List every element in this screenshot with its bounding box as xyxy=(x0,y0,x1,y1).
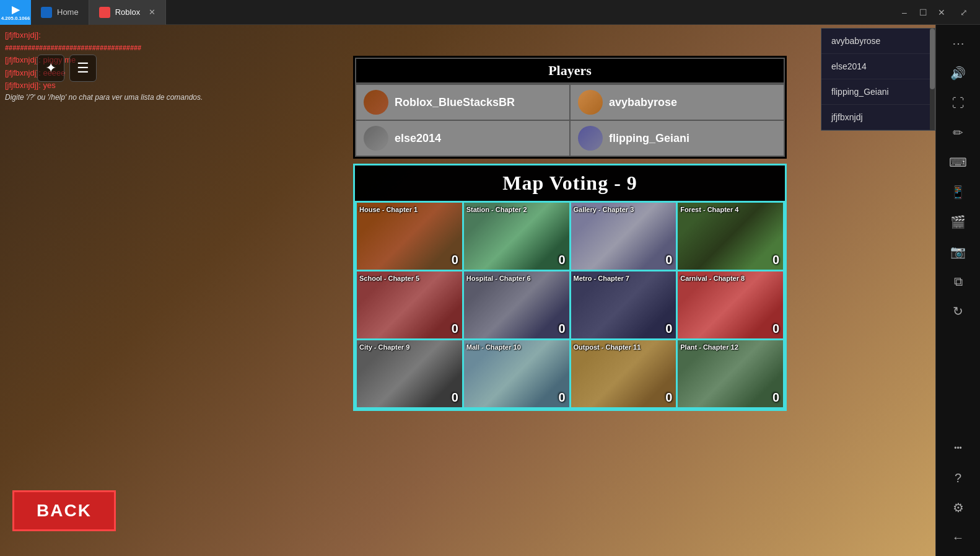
keyboard-icon[interactable]: ⌨ xyxy=(945,149,972,176)
help-icon[interactable]: ? xyxy=(945,464,972,492)
player-avatar-0 xyxy=(364,90,388,115)
tab-close-icon[interactable]: ✕ xyxy=(149,7,155,17)
map-label-school: School - Chapter 5 xyxy=(359,274,419,283)
map-card-gallery[interactable]: Gallery - Chapter 3 0 xyxy=(571,203,676,270)
dropdown-player-2[interactable]: flipping_Geiani xyxy=(821,79,935,105)
map-label-city: City - Chapter 9 xyxy=(359,343,409,351)
map-votes-mall: 0 xyxy=(558,391,565,405)
expand-icon[interactable]: ⤢ xyxy=(955,4,973,21)
map-votes-house: 0 xyxy=(452,253,458,267)
minimize-button[interactable]: – xyxy=(896,4,913,21)
player-name-0: Roblox_BlueStacksBR xyxy=(395,96,515,109)
close-button[interactable]: ✕ xyxy=(933,4,950,21)
top-bar-icons: ✦ ☰ xyxy=(37,55,97,82)
map-votes-station: 0 xyxy=(558,253,565,267)
map-votes-metro: 0 xyxy=(665,322,672,336)
title-bar: ▶ 4.205.0.1066 Home Roblox ✕ – ☐ ✕ ⤢ xyxy=(0,0,980,25)
game-area: [jfjfbxnjdj]: ##########################… xyxy=(0,25,935,556)
map-label-outpost: Outpost - Chapter 11 xyxy=(574,343,641,351)
players-box: Players Roblox_BlueStacksBR avybabyrose … xyxy=(353,56,787,159)
roblox-icon-btn[interactable]: ✦ xyxy=(37,55,64,82)
bluestacks-logo: ▶ 4.205.0.1066 xyxy=(0,0,31,25)
map-votes-outpost: 0 xyxy=(665,391,672,405)
map-label-house: House - Chapter 1 xyxy=(359,205,418,214)
player-avatar-3 xyxy=(578,126,603,151)
rotate-icon[interactable]: ↻ xyxy=(945,298,972,325)
volume-icon[interactable]: 🔊 xyxy=(945,60,972,87)
map-card-plant[interactable]: Plant - Chapter 12 0 xyxy=(678,340,783,407)
roblox-tab-icon xyxy=(99,7,110,18)
mobile-icon[interactable]: 📱 xyxy=(945,179,972,206)
player-name-3: flipping_Geiani xyxy=(609,132,689,145)
map-votes-hospital: 0 xyxy=(558,322,565,336)
player-card-2: else2014 xyxy=(356,121,569,156)
map-card-hospital[interactable]: Hospital - Chapter 6 0 xyxy=(464,271,569,338)
chat-line-4: [jfjfbxnjdj]: yes xyxy=(5,80,206,91)
map-card-metro[interactable]: Metro - Chapter 7 0 xyxy=(571,271,676,338)
player-name-2: else2014 xyxy=(395,132,441,145)
back-nav-icon[interactable]: ← xyxy=(945,524,972,551)
back-button[interactable]: BACK xyxy=(12,490,116,531)
map-card-carnival[interactable]: Carnival - Chapter 8 0 xyxy=(678,271,783,338)
more-options-icon[interactable]: ⋯ xyxy=(945,30,972,57)
chat-line-info: Digite '/?' ou '/help' no chat para ver … xyxy=(5,92,206,103)
map-votes-gallery: 0 xyxy=(665,253,672,267)
copy-icon[interactable]: ⧉ xyxy=(945,268,972,295)
map-card-house[interactable]: House - Chapter 1 0 xyxy=(357,203,462,270)
title-bar-right: – ☐ ✕ ⤢ xyxy=(888,4,980,21)
dropdown-scrollbar[interactable] xyxy=(930,29,935,130)
camera-icon[interactable]: 📷 xyxy=(945,238,972,265)
players-title: Players xyxy=(355,58,785,84)
map-label-carnival: Carnival - Chapter 8 xyxy=(680,274,745,283)
player-avatar-1 xyxy=(578,90,603,115)
window-controls: – ☐ ✕ xyxy=(896,4,950,21)
settings-icon[interactable]: ⚙ xyxy=(945,494,972,521)
map-grid: House - Chapter 1 0 Station - Chapter 2 … xyxy=(355,201,785,409)
chat-panel: [jfjfbxnjdj]: ##########################… xyxy=(0,25,211,109)
map-card-station[interactable]: Station - Chapter 2 0 xyxy=(464,203,569,270)
players-dropdown: avybabyrose else2014 flipping_Geiani jfj… xyxy=(821,28,935,131)
map-votes-plant: 0 xyxy=(772,391,779,405)
player-card-0: Roblox_BlueStacksBR xyxy=(356,85,569,120)
tab-roblox[interactable]: Roblox ✕ xyxy=(89,0,166,25)
map-label-metro: Metro - Chapter 7 xyxy=(574,274,629,283)
video-icon[interactable]: 🎬 xyxy=(945,208,972,236)
map-label-gallery: Gallery - Chapter 3 xyxy=(574,205,634,214)
players-grid: Roblox_BlueStacksBR avybabyrose else2014… xyxy=(355,84,785,157)
map-card-school[interactable]: School - Chapter 5 0 xyxy=(357,271,462,338)
chat-line-2: [jfjfbxnjdj]: piggy me xyxy=(5,55,206,66)
dropdown-player-0[interactable]: avybabyrose xyxy=(821,29,935,54)
tab-home[interactable]: Home xyxy=(31,0,89,25)
player-card-3: flipping_Geiani xyxy=(571,121,784,156)
right-sidebar: ⋯ 🔊 ⛶ ✏ ⌨ 📱 🎬 📷 ⧉ ↻ ••• ? ⚙ ← xyxy=(935,25,980,556)
chat-line-1: [jfjfbxnjdj]: xyxy=(5,30,206,41)
player-avatar-2 xyxy=(364,126,388,151)
map-label-forest: Forest - Chapter 4 xyxy=(680,205,738,214)
chat-line-3: [jfjfbxnjdj]: eeeee xyxy=(5,68,206,79)
scrollbar-thumb xyxy=(930,29,935,89)
map-voting-panel: Map Voting - 9 House - Chapter 1 0 Stati… xyxy=(353,164,787,411)
player-name-1: avybabyrose xyxy=(609,96,677,109)
map-label-plant: Plant - Chapter 12 xyxy=(680,343,738,351)
map-label-hospital: Hospital - Chapter 6 xyxy=(466,274,531,283)
maximize-button[interactable]: ☐ xyxy=(914,4,932,21)
map-card-outpost[interactable]: Outpost - Chapter 11 0 xyxy=(571,340,676,407)
player-card-1: avybabyrose xyxy=(571,85,784,120)
map-votes-school: 0 xyxy=(452,322,458,336)
dropdown-player-3[interactable]: jfjfbxnjdj xyxy=(821,105,935,130)
fullscreen-icon[interactable]: ⛶ xyxy=(945,89,972,117)
map-votes-city: 0 xyxy=(452,391,458,405)
brush-icon[interactable]: ✏ xyxy=(945,119,972,146)
ellipsis-icon[interactable]: ••• xyxy=(945,435,972,462)
map-card-city[interactable]: City - Chapter 9 0 xyxy=(357,340,462,407)
map-label-station: Station - Chapter 2 xyxy=(466,205,527,214)
menu-icon-btn[interactable]: ☰ xyxy=(69,55,97,82)
dropdown-player-1[interactable]: else2014 xyxy=(821,54,935,79)
chat-line-hash: #################################### xyxy=(5,42,206,53)
map-card-forest[interactable]: Forest - Chapter 4 0 xyxy=(678,203,783,270)
map-card-mall[interactable]: Mall - Chapter 10 0 xyxy=(464,340,569,407)
map-votes-forest: 0 xyxy=(772,253,779,267)
map-label-mall: Mall - Chapter 10 xyxy=(466,343,521,351)
home-tab-icon xyxy=(41,7,52,18)
map-votes-carnival: 0 xyxy=(772,322,779,336)
